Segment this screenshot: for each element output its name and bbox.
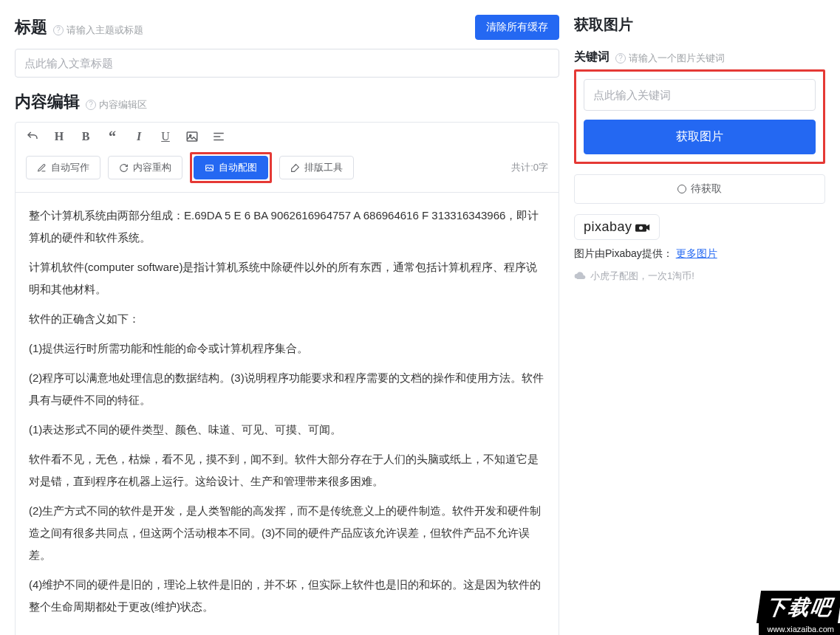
attribution-prefix: 图片由Pixabay提供：: [574, 247, 673, 259]
content-paragraph: (1)提供运行时所需功能和性能的命令或计算机程序集合。: [29, 337, 545, 360]
auto-image-highlight: 自动配图: [190, 152, 272, 183]
content-edit-label: 内容编辑: [15, 91, 80, 113]
watermark: 下载吧 www.xiazaiba.com: [759, 591, 840, 635]
heading-icon[interactable]: H: [52, 130, 66, 143]
pending-status: 待获取: [574, 174, 825, 204]
keyword-hint: ? 请输入一个图片关键词: [615, 52, 725, 65]
keyword-hint-text: 请输入一个图片关键词: [629, 52, 725, 65]
watermark-logo: 下载吧: [757, 591, 840, 623]
cloud-icon: [574, 272, 586, 281]
pixabay-text: pixabay: [584, 219, 632, 235]
content-paragraph: (2)生产方式不同的软件是开发，是人类智能的高发挥，而不是传统意义上的硬件制造。…: [29, 500, 545, 566]
restructure-button[interactable]: 内容重构: [108, 156, 182, 179]
coin-tip: 小虎子配图，一次1淘币!: [574, 270, 825, 283]
content-paragraph: (2)程序可以满意地处理信息的数据结构。(3)说明程序功能要求和程序需要的文档的…: [29, 367, 545, 411]
keyword-label: 关键词: [574, 49, 609, 65]
auto-write-button[interactable]: 自动写作: [26, 156, 100, 179]
more-images-link[interactable]: 更多图片: [676, 247, 717, 259]
title-section-header: 标题 ? 请输入主题或标题 清除所有缓存: [15, 15, 559, 40]
restructure-label: 内容重构: [133, 161, 171, 174]
quote-icon[interactable]: “: [106, 130, 119, 143]
tip-text: 小虎子配图，一次1淘币!: [590, 270, 694, 283]
align-left-icon[interactable]: [212, 130, 225, 143]
circle-icon: [677, 185, 686, 193]
help-icon: ?: [53, 25, 64, 35]
content-hint-text: 内容编辑区: [99, 98, 147, 111]
help-icon: ?: [615, 53, 626, 64]
content-edit-hint: ? 内容编辑区: [86, 98, 147, 111]
keyword-input[interactable]: [584, 79, 816, 111]
content-paragraph: 软件看不见，无色，枯燥，看不见，摸不到，闻不到。软件大部分存在于人们的头脑或纸上…: [29, 448, 545, 492]
italic-icon[interactable]: I: [132, 130, 146, 143]
layout-tool-label: 排版工具: [304, 161, 343, 174]
content-paragraph: (1)表达形式不同的硬件类型、颜色、味道、可见、可摸、可闻。: [29, 419, 545, 441]
content-paragraph: (4)维护不同的硬件是旧的，理论上软件是旧的，并不坏，但实际上软件也是旧的和坏的…: [29, 574, 545, 618]
image-attribution: 图片由Pixabay提供： 更多图片: [574, 247, 825, 261]
pending-label: 待获取: [691, 182, 722, 196]
editor-box: H B “ I U 自动写作: [15, 122, 559, 635]
clear-cache-button[interactable]: 清除所有缓存: [475, 15, 559, 40]
auto-image-button[interactable]: 自动配图: [194, 156, 268, 179]
content-paragraph: 计算机软件(computer software)是指计算机系统中除硬件以外的所有…: [29, 256, 545, 301]
watermark-url: www.xiazaiba.com: [759, 623, 840, 635]
fetch-image-title: 获取图片: [574, 15, 825, 35]
fetch-image-button[interactable]: 获取图片: [584, 120, 816, 154]
help-icon: ?: [86, 100, 96, 110]
auto-image-label: 自动配图: [219, 161, 257, 174]
title-hint-text: 请输入主题或标题: [66, 24, 143, 37]
article-title-input[interactable]: [15, 49, 559, 78]
pixabay-logo: pixabay: [574, 214, 660, 240]
format-toolbar: H B “ I U: [26, 130, 548, 143]
auto-write-label: 自动写作: [51, 161, 89, 174]
word-count: 共计:0字: [511, 161, 548, 174]
image-icon[interactable]: [185, 130, 199, 143]
bold-icon[interactable]: B: [79, 130, 92, 143]
title-label: 标题: [15, 16, 47, 38]
content-paragraph: 软件的正确含义如下：: [29, 308, 545, 330]
svg-point-7: [639, 226, 643, 230]
layout-tool-button[interactable]: 排版工具: [279, 156, 354, 179]
editor-content[interactable]: 整个计算机系统由两部分组成：E.69DA 5 E 6 BA 9062616964…: [16, 193, 559, 635]
image-fetch-highlight: 获取图片: [574, 69, 825, 164]
undo-icon[interactable]: [26, 130, 39, 143]
underline-icon[interactable]: U: [159, 130, 172, 143]
content-paragraph: 整个计算机系统由两部分组成：E.69DA 5 E 6 BA 9062616964…: [29, 205, 545, 249]
camera-icon: [635, 222, 650, 233]
title-hint: ? 请输入主题或标题: [53, 24, 143, 37]
